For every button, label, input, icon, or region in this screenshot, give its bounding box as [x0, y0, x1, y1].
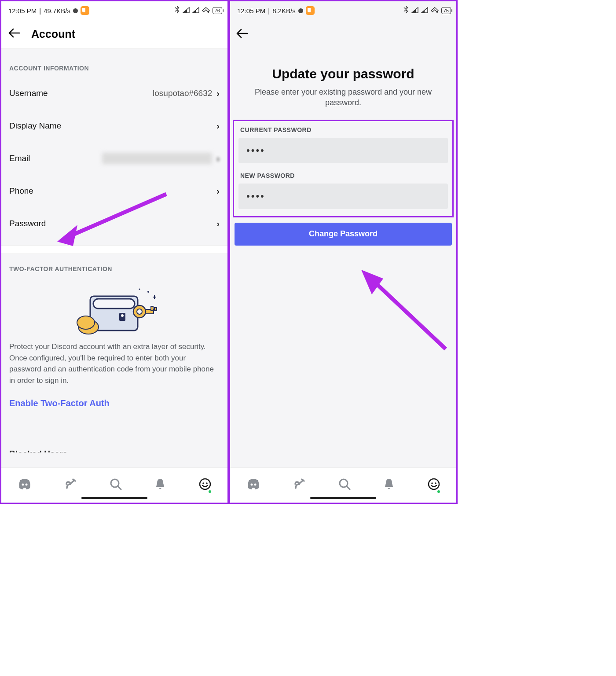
status-time: 12:05 PM: [237, 7, 265, 15]
chevron-right-icon: ›: [216, 88, 220, 99]
online-status-dot: [208, 489, 212, 494]
twofa-description: Protect your Discord account with an ext…: [1, 338, 227, 394]
bluetooth-icon: [174, 6, 180, 16]
row-username[interactable]: Username losupotao#6632 ›: [1, 80, 227, 107]
svg-point-28: [435, 482, 436, 484]
nav-search-icon[interactable]: [110, 478, 122, 493]
page-title: Account: [31, 28, 75, 40]
enable-twofa-link[interactable]: Enable Two-Factor Auth: [1, 394, 227, 423]
home-handle[interactable]: [81, 497, 147, 499]
svg-point-9: [137, 309, 142, 314]
signal2-icon: [421, 7, 428, 15]
battery-icon: 76: [213, 7, 222, 14]
home-handle[interactable]: [310, 497, 376, 499]
svg-point-19: [206, 482, 208, 484]
row-label: Email: [9, 154, 30, 163]
nav-discord-icon[interactable]: [246, 478, 260, 492]
row-label: Phone: [9, 186, 33, 196]
status-bar: 12:05 PM | 8.2KB/s 75: [230, 1, 456, 20]
chevron-right-icon: ›: [216, 154, 220, 164]
chevron-right-icon: ›: [216, 121, 220, 131]
chevron-right-icon: ›: [216, 219, 220, 229]
svg-point-21: [436, 11, 438, 13]
current-password-input[interactable]: ••••: [238, 138, 448, 163]
email-blurred-value: [102, 153, 212, 164]
signal1-icon: [411, 7, 418, 15]
chevron-right-icon: ›: [216, 186, 220, 196]
account-header: Account: [1, 20, 227, 49]
svg-point-23: [251, 483, 253, 485]
row-email[interactable]: Email ›: [1, 145, 227, 172]
password-form-highlight: CURRENT PASSWORD •••• NEW PASSWORD ••••: [233, 120, 454, 217]
twofa-section-label: TWO-FACTOR AUTHENTICATION: [1, 254, 227, 280]
signal1-icon: [183, 7, 190, 15]
svg-point-4: [121, 314, 124, 317]
svg-point-12: [147, 291, 149, 293]
status-speed: 8.2KB/s: [272, 7, 296, 15]
row-display-name[interactable]: Display Name ›: [1, 112, 227, 140]
row-password[interactable]: Password ›: [1, 210, 227, 237]
svg-point-6: [77, 316, 95, 329]
svg-point-17: [200, 479, 210, 489]
wifi-icon: [431, 7, 439, 15]
status-dot-icon: [73, 8, 78, 13]
svg-point-24: [254, 483, 257, 485]
twofa-illustration: [1, 280, 227, 338]
update-password-title: Update your password: [230, 49, 456, 87]
nav-friends-icon[interactable]: [293, 478, 306, 492]
svg-point-27: [431, 482, 433, 484]
svg-point-0: [207, 11, 209, 13]
status-time: 12:05 PM: [8, 7, 37, 15]
svg-rect-2: [93, 299, 135, 309]
update-password-subtitle: Please enter your existing password and …: [230, 87, 456, 120]
account-screen: 12:05 PM | 49.7KB/s 76 Account ACCOUNT I…: [0, 0, 229, 504]
status-bar: 12:05 PM | 49.7KB/s 76: [1, 1, 227, 20]
new-password-input[interactable]: ••••: [238, 184, 448, 209]
svg-point-14: [22, 483, 24, 485]
nav-profile-icon[interactable]: [428, 478, 440, 493]
annotation-arrow: [353, 261, 455, 360]
status-app-icon: [306, 6, 315, 15]
nav-notifications-icon[interactable]: [383, 478, 395, 493]
username-value: losupotao#6632: [153, 88, 212, 98]
section-divider: [1, 245, 227, 254]
status-speed: 49.7KB/s: [44, 7, 70, 15]
nav-search-icon[interactable]: [338, 478, 351, 493]
back-arrow-icon[interactable]: [236, 28, 248, 41]
svg-line-22: [371, 279, 446, 349]
new-password-label: NEW PASSWORD: [237, 169, 450, 184]
status-dot-icon: [298, 8, 303, 13]
svg-point-15: [26, 483, 28, 485]
online-status-dot: [436, 489, 441, 494]
change-password-button[interactable]: Change Password: [235, 223, 452, 246]
row-label: Password: [9, 219, 46, 228]
battery-icon: 75: [441, 7, 451, 14]
status-app-icon: [81, 6, 89, 15]
current-password-label: CURRENT PASSWORD: [237, 124, 450, 138]
svg-point-18: [202, 482, 204, 484]
svg-rect-11: [154, 308, 157, 311]
update-password-screen: 12:05 PM | 8.2KB/s 75 Update your passwo…: [229, 0, 458, 504]
row-label: Username: [9, 88, 48, 98]
svg-rect-10: [151, 306, 153, 311]
nav-friends-icon[interactable]: [65, 478, 77, 492]
row-phone[interactable]: Phone ›: [1, 177, 227, 205]
account-info-section-label: ACCOUNT INFORMATION: [1, 49, 227, 80]
row-label: Display Name: [9, 121, 61, 131]
wifi-icon: [202, 7, 210, 15]
bluetooth-icon: [403, 6, 409, 16]
update-password-header: [230, 20, 456, 49]
svg-point-13: [139, 289, 140, 290]
signal2-icon: [192, 7, 199, 15]
back-arrow-icon[interactable]: [8, 27, 20, 41]
blocked-users-heading: Blocked Users: [9, 449, 67, 452]
nav-notifications-icon[interactable]: [154, 478, 166, 493]
nav-discord-icon[interactable]: [18, 478, 32, 492]
svg-point-26: [429, 479, 439, 489]
nav-profile-icon[interactable]: [199, 478, 211, 493]
